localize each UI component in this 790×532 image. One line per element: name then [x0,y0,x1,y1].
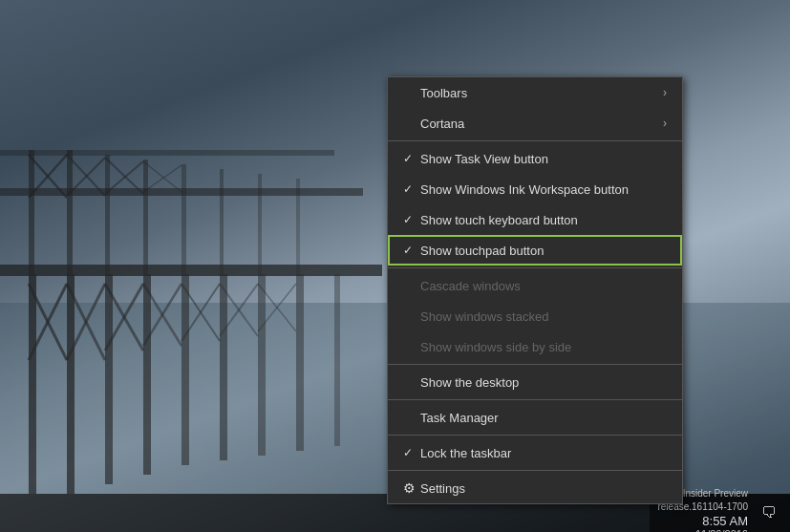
svg-rect-3 [67,274,75,494]
menu-item-settings[interactable]: ⚙Settings [388,473,682,503]
menu-label-ink-workspace: Show Windows Ink Workspace button [420,182,667,197]
separator-15 [388,435,682,436]
taskbar-time: 8:55 AM [702,514,748,528]
menu-item-task-view[interactable]: ✓Show Task View button [388,143,682,174]
menu-item-touchpad[interactable]: ✓Show touchpad button [388,235,682,266]
menu-item-touch-keyboard[interactable]: ✓Show touch keyboard button [388,204,682,235]
menu-label-touch-keyboard: Show touch keyboard button [420,213,667,227]
menu-label-lock-taskbar: Lock the taskbar [420,446,667,460]
menu-label-settings: Settings [420,481,667,496]
svg-rect-2 [29,274,36,494]
separator-7 [388,267,682,268]
checkmark-touch-keyboard: ✓ [403,213,420,226]
checkmark-ink-workspace: ✓ [403,182,420,196]
svg-rect-33 [258,174,262,274]
svg-rect-7 [220,274,227,460]
svg-rect-30 [143,160,148,274]
menu-label-touchpad: Show touchpad button [420,244,667,258]
menu-label-task-view: Show Task View button [420,152,667,166]
menu-item-cortana[interactable]: Cortana› [388,108,682,138]
svg-rect-27 [29,150,34,274]
menu-label-stacked: Show windows stacked [420,309,667,324]
svg-rect-31 [181,164,186,274]
svg-rect-1 [0,265,382,276]
menu-item-show-desktop[interactable]: Show the desktop [388,367,682,397]
menu-item-ink-workspace[interactable]: ✓Show Windows Ink Workspace button [388,174,682,204]
menu-label-cascade: Cascade windows [420,279,667,293]
checkmark-touchpad: ✓ [403,244,420,257]
menu-label-task-manager: Task Manager [420,411,667,425]
separator-11 [388,364,682,365]
svg-rect-5 [143,274,151,475]
svg-rect-32 [220,169,224,274]
menu-label-cortana: Cortana [420,117,663,131]
taskbar-date: 11/26/2016 [695,528,748,533]
svg-rect-26 [0,150,334,156]
svg-rect-28 [67,150,73,274]
menu-label-show-desktop: Show the desktop [420,375,667,390]
chevron-cortana: › [663,117,667,130]
menu-label-side-by-side: Show windows side by side [420,340,667,354]
svg-rect-29 [105,155,110,274]
separator-13 [388,399,682,400]
menu-item-toolbars[interactable]: Toolbars› [388,77,682,108]
separator-17 [388,470,682,471]
context-menu: Toolbars›Cortana›✓Show Task View button✓… [387,76,683,504]
menu-item-stacked: Show windows stacked [388,301,682,331]
menu-item-cascade: Cascade windows [388,270,682,301]
svg-rect-34 [296,179,300,274]
checkmark-settings: ⚙ [403,480,420,496]
menu-item-lock-taskbar[interactable]: ✓Lock the taskbar [388,437,682,468]
svg-rect-9 [296,274,304,451]
svg-rect-10 [334,274,340,446]
checkmark-lock-taskbar: ✓ [403,446,420,459]
svg-rect-4 [105,274,113,484]
menu-item-task-manager[interactable]: Task Manager [388,402,682,433]
checkmark-task-view: ✓ [403,152,420,165]
menu-item-side-by-side: Show windows side by side [388,331,682,362]
chevron-toolbars: › [663,86,667,99]
svg-rect-8 [258,274,266,456]
notification-icon[interactable]: 🗨 [756,500,782,526]
svg-rect-6 [181,274,189,465]
separator-2 [388,140,682,141]
menu-label-toolbars: Toolbars [420,86,663,100]
